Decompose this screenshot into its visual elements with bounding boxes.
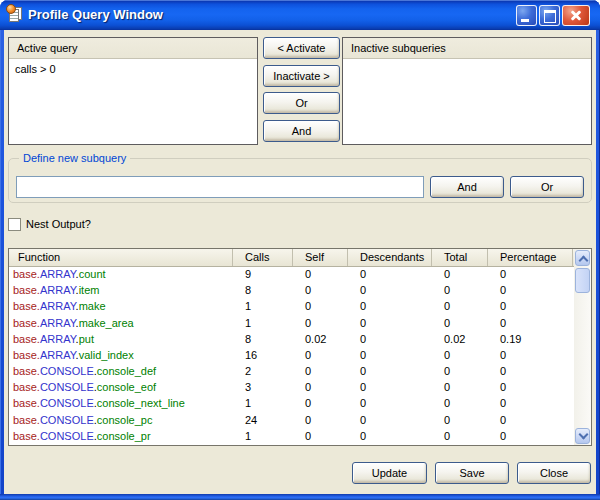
function-cell: base.ARRAY.put	[9, 332, 233, 348]
inactivate-button-label: Inactivate >	[273, 70, 330, 82]
scroll-up-button[interactable]	[575, 250, 590, 266]
value-cell: 0	[488, 364, 573, 380]
value-cell: 0	[488, 299, 573, 315]
function-cell: base.ARRAY.make	[9, 299, 233, 315]
table-row[interactable]: base.ARRAY.item80000	[9, 283, 574, 299]
value-cell: 16	[233, 348, 293, 364]
table-row[interactable]: base.ARRAY.make_area10000	[9, 316, 574, 332]
column-header-function[interactable]: Function	[9, 249, 233, 266]
active-query-item[interactable]: calls > 0	[15, 62, 251, 77]
value-cell: 0	[432, 413, 488, 429]
value-cell: 0	[432, 267, 488, 283]
value-cell: 0.19	[488, 332, 573, 348]
client-area: Active query calls > 0 < Activate Inacti…	[4, 30, 596, 494]
value-cell: 0.02	[432, 332, 488, 348]
function-cell: base.ARRAY.item	[9, 283, 233, 299]
value-cell: 0	[293, 364, 348, 380]
value-cell: 0	[432, 429, 488, 445]
value-cell: 0	[432, 380, 488, 396]
function-cell: base.CONSOLE.console_eof	[9, 380, 233, 396]
inactive-subqueries-panel: Inactive subqueries	[342, 37, 592, 145]
value-cell: 0	[432, 316, 488, 332]
minimize-button[interactable]	[516, 5, 537, 26]
and-button[interactable]: And	[263, 120, 340, 142]
table-row[interactable]: base.CONSOLE.console_def20000	[9, 364, 574, 380]
value-cell: 0	[348, 332, 432, 348]
value-cell: 0	[488, 396, 573, 412]
nest-output-label: Nest Output?	[26, 218, 91, 231]
table-row[interactable]: base.ARRAY.put80.0200.020.19	[9, 332, 574, 348]
value-cell: 8	[233, 332, 293, 348]
subquery-or-label: Or	[541, 181, 553, 193]
function-cell: base.CONSOLE.console_pc	[9, 413, 233, 429]
active-query-header: Active query	[9, 38, 257, 59]
scroll-thumb[interactable]	[575, 268, 590, 293]
value-cell: 2	[233, 364, 293, 380]
save-button[interactable]: Save	[435, 462, 509, 484]
value-cell: 0	[293, 413, 348, 429]
close-button[interactable]	[562, 5, 590, 26]
scroll-down-button[interactable]	[575, 428, 590, 444]
function-table: Function Calls Self Descendants Total Pe…	[8, 248, 592, 446]
value-cell: 9	[233, 267, 293, 283]
activate-button[interactable]: < Activate	[263, 37, 340, 59]
value-cell: 0	[293, 429, 348, 445]
nest-output-checkbox[interactable]	[8, 218, 21, 231]
value-cell: 0	[348, 413, 432, 429]
function-cell: base.ARRAY.make_area	[9, 316, 233, 332]
subquery-input[interactable]	[16, 176, 424, 198]
define-subquery-label: Define new subquery	[19, 152, 130, 164]
update-button-label: Update	[372, 467, 407, 479]
value-cell: 0	[348, 380, 432, 396]
table-row[interactable]: base.CONSOLE.console_pr10000	[9, 429, 574, 445]
column-header-total[interactable]: Total	[432, 249, 488, 266]
app-icon	[7, 6, 24, 23]
value-cell: 8	[233, 283, 293, 299]
value-cell: 1	[233, 316, 293, 332]
value-cell: 0	[348, 364, 432, 380]
subquery-and-button[interactable]: And	[430, 176, 504, 198]
value-cell: 0	[432, 348, 488, 364]
column-header-calls[interactable]: Calls	[233, 249, 293, 266]
function-cell: base.CONSOLE.console_def	[9, 364, 233, 380]
orange-ball	[6, 4, 16, 14]
save-button-label: Save	[459, 467, 484, 479]
inactivate-button[interactable]: Inactivate >	[263, 65, 340, 87]
table-row[interactable]: base.CONSOLE.console_next_line10000	[9, 396, 574, 412]
value-cell: 0	[348, 429, 432, 445]
value-cell: 0	[348, 267, 432, 283]
value-cell: 0	[432, 396, 488, 412]
value-cell: 0.02	[293, 332, 348, 348]
table-row[interactable]: base.CONSOLE.console_eof30000	[9, 380, 574, 396]
function-cell: base.CONSOLE.console_next_line	[9, 396, 233, 412]
table-row[interactable]: base.ARRAY.make10000	[9, 299, 574, 315]
value-cell: 1	[233, 299, 293, 315]
subquery-or-button[interactable]: Or	[510, 176, 584, 198]
value-cell: 1	[233, 396, 293, 412]
update-button[interactable]: Update	[352, 462, 427, 484]
value-cell: 0	[488, 283, 573, 299]
value-cell: 0	[293, 348, 348, 364]
inactive-subqueries-list[interactable]	[343, 59, 591, 65]
table-row[interactable]: base.ARRAY.count90000	[9, 267, 574, 283]
or-button[interactable]: Or	[263, 92, 340, 114]
close-action-button[interactable]: Close	[517, 462, 591, 484]
column-header-percentage[interactable]: Percentage	[488, 249, 573, 266]
column-header-self[interactable]: Self	[293, 249, 348, 266]
maximize-button[interactable]	[539, 5, 560, 26]
table-row[interactable]: base.ARRAY.valid_index160000	[9, 348, 574, 364]
value-cell: 3	[233, 380, 293, 396]
function-cell: base.ARRAY.count	[9, 267, 233, 283]
inactive-subqueries-header: Inactive subqueries	[343, 38, 591, 59]
table-body: base.ARRAY.count90000base.ARRAY.item8000…	[9, 267, 574, 445]
activate-button-label: < Activate	[277, 42, 325, 54]
title-bar[interactable]: Profile Query Window	[0, 0, 600, 30]
table-scrollbar[interactable]	[574, 249, 591, 445]
window-title: Profile Query Window	[28, 7, 163, 22]
column-header-descendants[interactable]: Descendants	[348, 249, 432, 266]
value-cell: 1	[233, 429, 293, 445]
value-cell: 0	[293, 267, 348, 283]
table-row[interactable]: base.CONSOLE.console_pc240000	[9, 413, 574, 429]
value-cell: 0	[293, 316, 348, 332]
active-query-list[interactable]: calls > 0	[9, 59, 257, 80]
